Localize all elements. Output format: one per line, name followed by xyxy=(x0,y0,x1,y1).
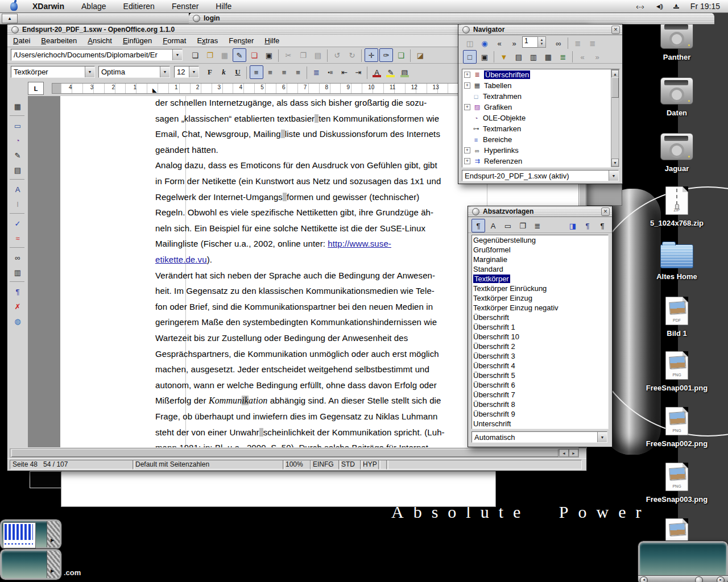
menu-xdarwin[interactable]: XDarwin xyxy=(32,2,64,11)
writer-menu-format[interactable]: Format xyxy=(163,36,186,45)
tab-type-button[interactable]: L xyxy=(28,82,44,95)
desktop-icon-jaguar[interactable]: Jaguar xyxy=(631,133,722,173)
style-item-label[interactable]: Textkörper xyxy=(473,275,510,283)
style-dropdown-icon[interactable]: ▼ xyxy=(85,66,94,77)
insert-chart-button[interactable]: ◔ xyxy=(11,134,24,147)
navigator-item-label[interactable]: OLE-Objekte xyxy=(483,114,526,122)
collapsed-window-1[interactable]: ▶ xyxy=(0,519,61,549)
eject-icon[interactable]: ▲ xyxy=(673,4,679,9)
navigator-item-label[interactable]: Grafiken xyxy=(484,103,512,111)
png-icon[interactable]: PNG xyxy=(665,351,688,382)
align-left-button[interactable]: ≡ xyxy=(250,65,263,79)
expand-icon[interactable]: + xyxy=(464,147,470,153)
size-dropdown-icon[interactable]: ▼ xyxy=(189,66,198,77)
demote-level-button[interactable]: » xyxy=(590,50,604,64)
style-item[interactable]: Überschrift 10 xyxy=(473,332,519,342)
desktop-icon-5-1024x768-zip[interactable]: ZIP5_1024x768.zip xyxy=(631,186,722,227)
previous-button[interactable]: « xyxy=(493,36,506,50)
drag-mode-toggle[interactable]: □ xyxy=(463,50,477,64)
style-item[interactable]: Überschrift 2 xyxy=(473,342,515,351)
document-text[interactable]: der schnellen Internetzugänge, als dass … xyxy=(155,96,462,447)
draw-functions-button[interactable]: ✎ xyxy=(11,148,24,162)
stylist-toggle[interactable]: ✑ xyxy=(379,48,393,62)
png-icon[interactable]: PNG xyxy=(665,407,688,438)
font-size-combo[interactable]: 12▼ xyxy=(174,66,199,78)
right-knob-icon[interactable]: ► xyxy=(717,576,725,582)
expand-icon[interactable]: + xyxy=(464,72,470,78)
style-item[interactable]: Grußformel xyxy=(473,245,511,255)
status-cell-2[interactable]: 100% xyxy=(283,460,311,469)
writer-menu-hilfe[interactable]: Hilfe xyxy=(264,36,279,45)
style-item[interactable]: Überschrift 9 xyxy=(473,409,515,419)
png-icon[interactable]: PNG xyxy=(665,463,688,493)
autospellcheck-toggle[interactable]: ≈ xyxy=(11,231,24,245)
style-item[interactable]: Überschrift 8 xyxy=(473,400,515,409)
desktop-icon-panther[interactable]: Panther xyxy=(631,22,722,61)
style-item-label[interactable]: Überschrift 8 xyxy=(473,400,515,409)
status-cell-1[interactable]: Default mit Seitenzahlen xyxy=(133,460,285,469)
horizontal-scrollbar[interactable]: ◄ ► xyxy=(10,448,579,458)
dropdown-icon[interactable]: ▼ xyxy=(597,432,607,442)
undo-button[interactable]: ↺ xyxy=(330,48,344,62)
navigator-tree[interactable]: +≣Überschriften+▦Tabellen□Textrahmen+▨Gr… xyxy=(462,69,620,168)
close-icon[interactable]: ✕ xyxy=(601,207,610,216)
desktop-icon-label[interactable]: Altes Home xyxy=(631,272,722,281)
bottom-right-window[interactable]: ◄ ► xyxy=(638,541,728,582)
style-item[interactable]: Textkörper xyxy=(473,274,510,284)
style-item-label[interactable]: Gegenüberstellung xyxy=(473,236,536,244)
hdd-icon[interactable] xyxy=(660,133,693,163)
fill-format-mode-button[interactable]: ◨ xyxy=(566,219,580,232)
writer-menu-fenster[interactable]: Fenster xyxy=(229,36,254,45)
next-button[interactable]: » xyxy=(507,36,521,50)
style-item-label[interactable]: Überschrift 5 xyxy=(473,371,515,380)
apple-menu-icon[interactable] xyxy=(10,2,18,11)
collapsed-window-2[interactable]: ▶ xyxy=(0,549,61,580)
stylist-titlebar[interactable]: Absatzvorlagen ✕ xyxy=(468,206,612,217)
style-item-label[interactable]: Überschrift 4 xyxy=(473,361,515,370)
style-item[interactable]: Gegenüberstellung xyxy=(473,235,536,245)
data-sources-button[interactable]: ▥ xyxy=(11,265,24,279)
hdd-icon[interactable] xyxy=(660,77,693,107)
style-item-label[interactable]: Überschrift 3 xyxy=(473,352,515,360)
update-style-button[interactable]: ¶ xyxy=(595,219,609,232)
style-list[interactable]: GegenüberstellungGrußformelMarginalieSta… xyxy=(471,235,609,429)
window-button[interactable] xyxy=(11,26,19,34)
justify-button[interactable]: ≡ xyxy=(291,65,305,79)
status-cell-4[interactable]: STD xyxy=(338,460,362,469)
style-filter-combo[interactable]: Automatisch ▼ xyxy=(471,431,607,443)
frame-styles-button[interactable]: ▭ xyxy=(501,219,515,232)
display-window-button[interactable]: ▣ xyxy=(478,50,491,64)
expand-icon[interactable]: + xyxy=(464,158,470,164)
gallery-button[interactable]: ◪ xyxy=(413,48,427,62)
desktop-icon-label[interactable]: 5_1024x768.zip xyxy=(631,219,722,227)
style-item[interactable]: Marginalie xyxy=(473,255,507,264)
paste-button[interactable]: ▤ xyxy=(311,48,325,62)
style-item[interactable]: Standard xyxy=(473,264,503,274)
header-button[interactable]: ▤ xyxy=(512,50,526,64)
navigator-item-table[interactable]: +▦Tabellen xyxy=(462,80,610,91)
style-item[interactable]: Überschrift 6 xyxy=(473,380,515,390)
scroll-left-icon[interactable]: ◄ xyxy=(559,449,569,457)
redo-button[interactable]: ↻ xyxy=(345,48,359,62)
menu-hilfe[interactable]: Hilfe xyxy=(216,2,231,11)
insert-cursor-button[interactable]: I xyxy=(11,197,24,211)
increase-indent-button[interactable]: ⇥ xyxy=(351,65,365,79)
bold-button[interactable]: F xyxy=(203,65,217,79)
decrease-indent-button[interactable]: ⇤ xyxy=(338,65,351,79)
writer-menu-bearbeiten[interactable]: Bearbeiten xyxy=(41,36,77,45)
style-item-label[interactable]: Überschrift 9 xyxy=(473,410,515,418)
desktop-icon-freesnap001-png[interactable]: PNGFreeSnap001.png xyxy=(631,351,722,392)
character-styles-button[interactable]: A xyxy=(486,219,500,232)
new-document-button[interactable]: ❏ xyxy=(188,48,202,62)
style-item-label[interactable]: Grußformel xyxy=(473,246,511,254)
style-item-label[interactable]: Textkörper Einzug xyxy=(473,294,532,302)
login-window-titlebar[interactable]: login xyxy=(189,13,714,24)
numbered-list-button[interactable]: ≣ xyxy=(310,65,324,79)
navigator-item-label[interactable]: Tabellen xyxy=(484,81,511,90)
align-right-button[interactable]: ≡ xyxy=(278,65,291,79)
menu-editieren[interactable]: Editieren xyxy=(123,2,155,11)
writer-menu-extras[interactable]: Extras xyxy=(197,36,218,45)
navigator-item-ole-object[interactable]: ◔OLE-Objekte xyxy=(462,113,610,123)
style-item-label[interactable]: Überschrift 10 xyxy=(473,332,519,341)
desktop-icon-label[interactable]: FreeSnap002.png xyxy=(631,439,722,448)
